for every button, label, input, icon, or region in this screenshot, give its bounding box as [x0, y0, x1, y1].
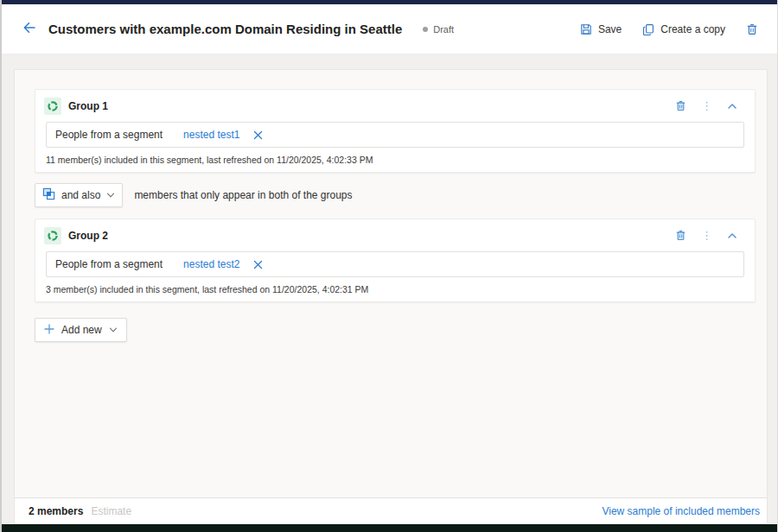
group-card-2: Group 2 ⋮ People from a segment nested t…: [35, 218, 756, 302]
group-1-header: Group 1 ⋮: [35, 90, 755, 122]
delete-icon: [746, 23, 758, 35]
delete-group-button[interactable]: [675, 230, 686, 241]
group-name: Group 2: [68, 230, 108, 242]
add-new-button[interactable]: Add new: [35, 318, 127, 342]
group-1-tools: ⋮: [675, 100, 737, 111]
group-1-rule-row: People from a segment nested test1: [46, 122, 744, 148]
group-2-header: Group 2 ⋮: [35, 219, 755, 251]
save-button[interactable]: Save: [573, 19, 628, 40]
back-button[interactable]: [19, 19, 40, 40]
back-arrow-icon: [22, 21, 36, 38]
status-dot-icon: [423, 27, 428, 32]
operator-label: and also: [61, 189, 100, 201]
window-bottom-edge: [2, 524, 777, 532]
chevron-down-icon: [109, 322, 118, 338]
members-count: 2 members: [29, 505, 83, 517]
header-actions: Save Create a copy: [573, 19, 765, 40]
group-status-text: 11 member(s) included in this segment, l…: [46, 155, 744, 165]
group-2-rule-row: People from a segment nested test2: [46, 251, 744, 277]
delete-group-button[interactable]: [675, 100, 686, 111]
group-card-1: Group 1 ⋮ People from a segment nested t…: [35, 89, 756, 173]
save-icon: [580, 23, 592, 35]
segment-builder-panel: Group 1 ⋮ People from a segment nested t…: [14, 69, 768, 524]
rule-type-label: People from a segment: [55, 129, 163, 141]
group-name: Group 1: [68, 100, 108, 112]
group-2-tools: ⋮: [675, 230, 737, 241]
view-sample-link[interactable]: View sample of included members: [602, 505, 760, 517]
operator-description: members that only appear in both of the …: [134, 189, 352, 201]
status-badge: Draft: [423, 24, 454, 35]
builder-footer: 2 members Estimate View sample of includ…: [15, 497, 767, 523]
rule-type-label: People from a segment: [55, 258, 163, 270]
operator-row: and also members that only appear in bot…: [35, 183, 353, 207]
segment-icon: [44, 227, 61, 244]
more-options-icon[interactable]: ⋮: [701, 100, 712, 111]
segment-name-link[interactable]: nested test1: [183, 129, 239, 141]
chevron-down-icon: [106, 187, 115, 203]
group-status-text: 3 member(s) included in this segment, la…: [46, 284, 744, 294]
remove-segment-button[interactable]: [253, 260, 263, 269]
create-copy-button-label: Create a copy: [660, 23, 725, 35]
add-icon: [44, 322, 54, 338]
command-bar: Customers with example.com Domain Residi…: [2, 4, 777, 54]
operator-dropdown[interactable]: and also: [35, 183, 123, 207]
more-options-icon[interactable]: ⋮: [701, 230, 712, 241]
add-new-button-label: Add new: [61, 324, 102, 336]
collapse-group-icon[interactable]: [727, 101, 737, 111]
save-button-label: Save: [598, 23, 622, 35]
status-badge-label: Draft: [433, 24, 454, 35]
intersect-icon: [42, 187, 55, 204]
remove-segment-button[interactable]: [253, 130, 263, 140]
delete-segment-button[interactable]: [739, 19, 765, 40]
copy-icon: [642, 23, 654, 35]
page-title: Customers with example.com Domain Residi…: [48, 22, 402, 36]
create-copy-button[interactable]: Create a copy: [635, 19, 732, 40]
estimate-button[interactable]: Estimate: [91, 505, 131, 517]
segment-icon: [44, 98, 61, 115]
collapse-group-icon[interactable]: [727, 231, 737, 241]
segment-name-link[interactable]: nested test2: [183, 258, 239, 270]
